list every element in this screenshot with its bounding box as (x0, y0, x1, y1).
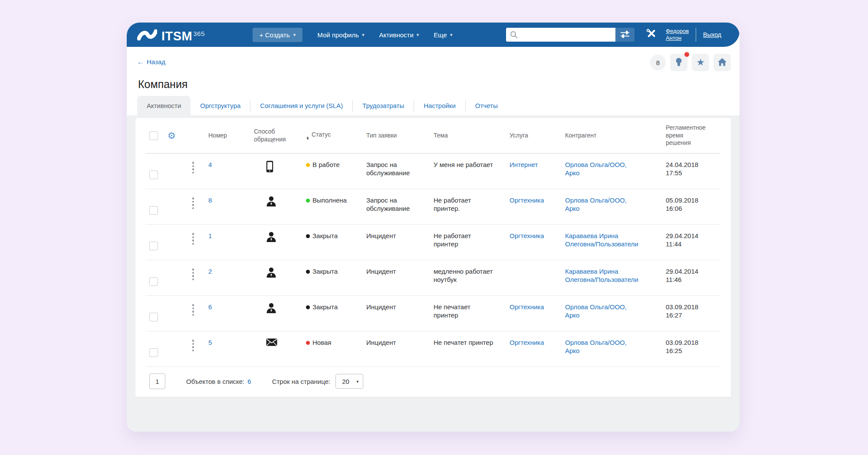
row-checkbox[interactable] (149, 206, 158, 215)
theme-cell: У меня не работает (434, 161, 496, 189)
current-user-link[interactable]: Федоров Антон (666, 28, 689, 42)
counterparty-link[interactable]: Орлова Ольга/ООО, Арко (565, 161, 627, 177)
nav-more[interactable]: Еще ▾ (434, 31, 452, 39)
status-cell: Закрыта (306, 303, 349, 331)
column-header-type[interactable]: Тип заявки (366, 132, 434, 140)
row-menu-button[interactable] (188, 161, 198, 173)
notifications-count-badge[interactable]: 8 (650, 55, 666, 70)
row-menu-button[interactable] (188, 232, 198, 245)
header-divider (696, 28, 696, 42)
counterparty-link[interactable]: Орлова Ольга/ООО, Арко (565, 339, 627, 354)
column-header-theme[interactable]: Тема (434, 132, 510, 140)
back-link[interactable]: ← Назад (137, 58, 165, 65)
resolution-time-cell: 29.04.2014 11:44 (666, 232, 706, 260)
table-row[interactable]: 6 Закрыта Инцидент Не печатает принтер О… (146, 296, 720, 331)
tab-6[interactable]: Отчеты (466, 96, 507, 115)
logout-link[interactable]: Выход (703, 31, 721, 38)
service-link[interactable]: Оргтехника (510, 232, 544, 239)
request-type-cell: Инцидент (366, 339, 418, 367)
column-header-channel[interactable]: Способ обращения (254, 128, 302, 143)
row-checkbox[interactable] (149, 242, 158, 250)
tools-icon (646, 28, 657, 41)
person-icon (266, 303, 276, 314)
column-header-service[interactable]: Услуга (510, 132, 565, 140)
request-number-link[interactable]: 1 (208, 232, 212, 239)
status-dot-icon (306, 341, 310, 345)
table-row[interactable]: 2 Закрыта Инцидент медленно работает ноу… (146, 260, 720, 296)
chevron-down-icon: ▾ (356, 379, 358, 384)
star-icon: ★ (696, 58, 705, 67)
create-button[interactable]: + Создать ▾ (253, 28, 302, 42)
logo-swirl-icon (137, 25, 157, 44)
column-header-time[interactable]: Регламентное время решения (666, 124, 706, 147)
theme-cell: Не печатает принтер (434, 303, 496, 331)
column-header-number[interactable]: Номер (208, 132, 254, 140)
select-all-checkbox[interactable] (149, 131, 158, 140)
tab-4[interactable]: Трудозатраты (353, 96, 414, 115)
itsm365-logo[interactable]: ITSM365 (137, 25, 205, 45)
nav-my-profile[interactable]: Мой профиль ▾ (317, 31, 364, 39)
table-row[interactable]: 5 Новая Инцидент Не печатет принтер Оргт… (146, 331, 720, 367)
counterparty-link[interactable]: Орлова Ольга/ООО, Арко (565, 196, 627, 212)
request-number-link[interactable]: 8 (208, 196, 212, 204)
table-row[interactable]: 1 Закрыта Инцидент Не работает принтер О… (146, 225, 720, 260)
request-number-link[interactable]: 2 (208, 268, 212, 275)
tab-3[interactable]: Соглашения и услуги (SLA) (250, 96, 352, 115)
request-number-link[interactable]: 4 (208, 161, 212, 168)
counterparty-link[interactable]: Караваева Ирина Олеговна/Пользователи (565, 268, 638, 283)
nav-more-label: Еще (434, 31, 447, 39)
tab-5[interactable]: Настройки (414, 96, 465, 115)
theme-cell: Не работает принтер (434, 232, 496, 260)
row-menu-button[interactable] (188, 339, 198, 351)
admin-tools-button[interactable] (646, 28, 657, 41)
row-menu-button[interactable] (188, 196, 198, 209)
column-header-status[interactable]: ▲▼Статус (306, 131, 366, 141)
row-checkbox[interactable] (149, 170, 158, 179)
user-last-name: Антон (666, 35, 689, 42)
row-checkbox[interactable] (149, 277, 158, 286)
page-number-button[interactable]: 1 (149, 373, 165, 389)
sliders-icon (620, 30, 630, 39)
home-button[interactable] (713, 54, 731, 71)
resolution-time-cell: 24.04.2018 17:55 (666, 161, 706, 189)
favorites-button[interactable]: ★ (692, 54, 709, 71)
resolution-time-cell: 03.09.2018 16:25 (666, 339, 706, 367)
nav-activities-label: Активности (379, 31, 413, 39)
table-row[interactable]: 4 В работе Запрос на обслуживание У меня… (146, 154, 720, 189)
row-checkbox[interactable] (149, 348, 158, 357)
lightbulb-icon (674, 57, 683, 68)
row-menu-button[interactable] (188, 268, 198, 280)
counterparty-link[interactable]: Орлова Ольга/ООО, Арко (565, 303, 627, 319)
arrow-left-icon: ← (137, 58, 144, 65)
request-number-link[interactable]: 5 (208, 339, 212, 346)
objects-count-link[interactable]: 6 (247, 378, 251, 385)
notification-dot (684, 52, 689, 57)
row-menu-button[interactable] (188, 303, 198, 316)
nav-activities[interactable]: Активности ▾ (379, 31, 419, 39)
status-dot-icon (306, 305, 310, 309)
theme-cell: Не печатет принтер (434, 339, 496, 367)
hints-button[interactable] (670, 54, 687, 71)
tab-2[interactable]: Оргструктура (191, 96, 250, 115)
request-number-link[interactable]: 6 (208, 303, 212, 311)
service-link[interactable]: Оргтехника (510, 196, 544, 204)
page-top-section: ← Назад 8 ★ (127, 47, 740, 115)
status-cell: В работе (306, 161, 349, 189)
service-link[interactable]: Оргтехника (510, 339, 544, 346)
counterparty-link[interactable]: Караваева Ирина Олеговна/Пользователи (565, 232, 638, 248)
service-link[interactable]: Оргтехника (510, 303, 544, 311)
search-input[interactable] (506, 28, 615, 42)
service-link[interactable]: Интернет (510, 161, 538, 168)
search-area (506, 28, 635, 42)
column-header-agent[interactable]: Контрагент (565, 132, 666, 140)
status-cell: Закрыта (306, 232, 349, 260)
theme-cell: Не работает принтер. (434, 196, 496, 224)
gear-icon[interactable]: ⚙ (168, 131, 176, 140)
tab-1[interactable]: Активности (137, 96, 191, 115)
sort-icon[interactable]: ▲▼ (306, 137, 309, 141)
status-label: Закрыта (312, 232, 338, 239)
rows-per-page-select[interactable]: 20 ▾ (335, 374, 363, 389)
search-filter-button[interactable] (615, 28, 635, 42)
row-checkbox[interactable] (149, 313, 158, 321)
table-row[interactable]: 8 Выполнена Запрос на обслуживание Не ра… (146, 189, 720, 225)
